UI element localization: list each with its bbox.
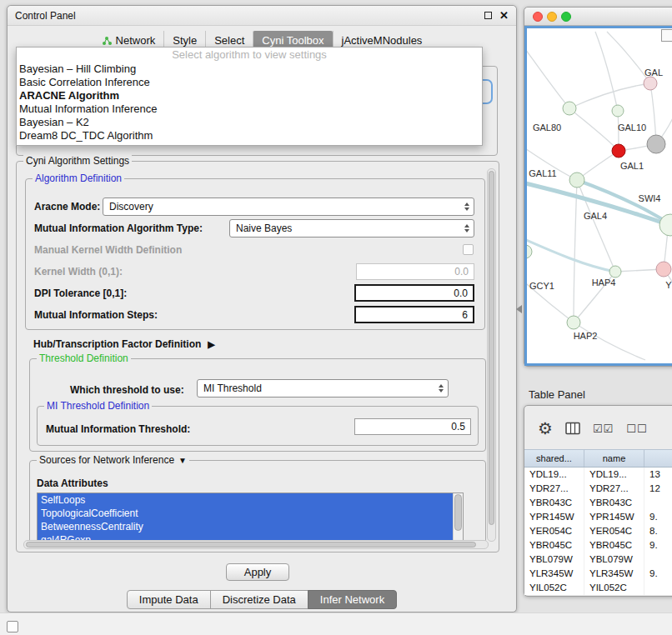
network-node[interactable] xyxy=(569,172,584,188)
attribute-item-selected[interactable]: SelfLoops xyxy=(38,493,453,507)
close-icon[interactable]: ✕ xyxy=(499,10,509,21)
scrollbar-thumb[interactable] xyxy=(489,171,494,525)
tab-label: jActiveMNodules xyxy=(342,34,423,47)
mi-type-select[interactable]: Naive Bayes xyxy=(229,219,474,238)
network-node-label: Y xyxy=(665,280,672,290)
clear-all-checks-icon[interactable]: ☐☐ xyxy=(626,422,647,435)
scrollbar-thumb[interactable] xyxy=(26,542,476,548)
network-node-label: GAL1 xyxy=(620,161,644,171)
network-node-selected-red[interactable] xyxy=(612,144,625,158)
table-row[interactable]: YDL19...YDL19...13 xyxy=(524,468,672,482)
table-row[interactable]: YPR145WYPR145W9. xyxy=(524,510,672,524)
algorithm-option[interactable]: Bayesian – Hill Climbing xyxy=(17,62,482,76)
data-attributes-list[interactable]: SelfLoops TopologicalCoefficient Between… xyxy=(37,492,464,546)
network-node[interactable] xyxy=(609,266,621,278)
table-cell: 13 xyxy=(644,468,672,482)
network-canvas[interactable]: GAL GAL80 GAL10 GAL11 GAL1 SWI4 GAL4 GCY… xyxy=(524,26,672,366)
combo-value: MI Threshold xyxy=(203,382,262,394)
algorithm-option[interactable]: Mutual Information Inference xyxy=(17,102,482,116)
table-row[interactable]: YBR043CYBR043C xyxy=(524,496,672,510)
stepper-icon xyxy=(464,224,469,232)
mi-steps-label: Mutual Information Steps: xyxy=(34,309,158,321)
birdseye-toggle[interactable] xyxy=(661,29,672,42)
threshold-definition-group: Threshold Definition Which threshold to … xyxy=(29,358,486,452)
table-row[interactable]: YER054CYER054C8. xyxy=(524,524,672,538)
mi-threshold-label: Mutual Information Threshold: xyxy=(46,423,190,435)
list-vertical-scrollbar[interactable] xyxy=(453,493,463,545)
panel-splitter-handle[interactable] xyxy=(516,305,522,313)
table-row[interactable]: YBL079WYBL079W xyxy=(524,552,672,567)
float-window-icon[interactable] xyxy=(484,12,492,19)
attribute-item-selected[interactable]: TopologicalCoefficient xyxy=(38,507,453,520)
network-node-label: SWI4 xyxy=(639,193,661,203)
network-node-label: GAL4 xyxy=(584,211,607,221)
algorithm-option[interactable]: Bayesian – K2 xyxy=(17,116,482,129)
close-traffic-light-icon[interactable] xyxy=(533,12,543,22)
network-node-label: HAP4 xyxy=(592,278,616,288)
network-node-label: GAL10 xyxy=(618,122,646,132)
manual-kernel-checkbox[interactable] xyxy=(463,244,474,255)
network-node-gal10[interactable] xyxy=(647,135,665,153)
table-cell: YBR045C xyxy=(584,538,644,552)
cyni-algorithm-settings-group: Cyni Algorithm Settings Algorithm Defini… xyxy=(16,161,499,552)
control-panel-titlebar[interactable]: Control Panel ✕ xyxy=(8,6,516,26)
combo-value: Naive Bayes xyxy=(236,222,292,234)
mi-threshold-field[interactable]: 0.5 xyxy=(354,418,471,435)
settings-vertical-scrollbar[interactable] xyxy=(487,168,496,542)
scrollbar-thumb[interactable] xyxy=(454,494,462,531)
network-node[interactable] xyxy=(563,102,576,115)
mi-steps-field[interactable]: 6 xyxy=(354,306,474,323)
network-view-window: GAL GAL80 GAL10 GAL11 GAL1 SWI4 GAL4 GCY… xyxy=(524,7,672,367)
titlebar-buttons: ✕ xyxy=(484,10,509,21)
network-node[interactable] xyxy=(612,105,624,117)
aracne-mode-select[interactable]: Discovery xyxy=(103,198,474,216)
tab-impute-data[interactable]: Impute Data xyxy=(127,590,211,609)
gear-icon[interactable]: ⚙ xyxy=(538,420,553,437)
dpi-tolerance-field[interactable]: 0.0 xyxy=(354,284,474,302)
table-cell: YLR345W xyxy=(584,567,644,581)
minimize-traffic-light-icon[interactable] xyxy=(547,12,557,22)
tab-infer-network[interactable]: Infer Network xyxy=(308,590,397,609)
kernel-width-label: Kernel Width (0,1): xyxy=(34,266,123,278)
table-row[interactable]: YLR345WYLR345W9. xyxy=(524,567,672,581)
which-threshold-select[interactable]: MI Threshold xyxy=(197,379,449,398)
panel-toggle-icon[interactable] xyxy=(7,621,18,632)
column-header-name[interactable]: name xyxy=(584,450,644,467)
apply-button[interactable]: Apply xyxy=(226,563,289,581)
network-node[interactable] xyxy=(656,262,671,277)
algorithm-option[interactable]: Dream8 DC_TDC Algorithm xyxy=(17,129,482,142)
zoom-traffic-light-icon[interactable] xyxy=(561,12,571,22)
network-graph[interactable]: GAL GAL80 GAL10 GAL11 GAL1 SWI4 GAL4 GCY… xyxy=(527,28,672,365)
algorithm-option[interactable]: Basic Correlation Inference xyxy=(17,76,482,89)
table-row[interactable]: YBR045CYBR045C9. xyxy=(524,538,672,552)
hub-definition-toggle[interactable]: Hub/Transcription Factor Definition ▶ xyxy=(33,338,215,350)
columns-icon[interactable] xyxy=(565,422,580,435)
tab-discretize-data[interactable]: Discretize Data xyxy=(210,590,308,609)
aracne-mode-label: Aracne Mode: xyxy=(34,201,100,212)
network-node[interactable] xyxy=(644,77,657,90)
table-cell: 9. xyxy=(644,538,672,552)
network-window-titlebar[interactable] xyxy=(524,8,672,26)
expand-arrow-icon: ▶ xyxy=(208,339,214,350)
tab-label: Style xyxy=(173,34,197,47)
settings-horizontal-scrollbar[interactable] xyxy=(23,540,489,549)
algorithm-option-selected[interactable]: ARACNE Algorithm xyxy=(17,89,482,102)
table-row[interactable]: YDR27...YDR27...12 xyxy=(524,482,672,496)
column-header-extra[interactable] xyxy=(644,450,672,467)
table-cell: YLR345W xyxy=(524,567,584,581)
which-threshold-label: Which threshold to use: xyxy=(70,384,184,396)
algorithm-definition-group: Algorithm Definition Aracne Mode: Discov… xyxy=(25,178,485,330)
network-node[interactable] xyxy=(527,245,532,258)
network-node[interactable] xyxy=(567,316,580,329)
kernel-width-field[interactable]: 0.0 xyxy=(356,263,474,280)
table-cell: YBR043C xyxy=(524,496,584,510)
sources-group-title[interactable]: Sources for Network Inference ▼ xyxy=(37,454,189,466)
select-all-checks-icon[interactable]: ☑☑ xyxy=(593,422,614,435)
attribute-item-selected[interactable]: BetweennessCentrality xyxy=(38,520,453,533)
combo-value: Discovery xyxy=(109,201,153,212)
column-header-shared-name[interactable]: shared... xyxy=(524,450,584,467)
table-row[interactable]: YIL052CYIL052C xyxy=(524,581,672,595)
table-cell: YIL052C xyxy=(524,581,584,595)
table-cell: YBR045C xyxy=(524,538,584,552)
bottom-tabbar: Impute Data Discretize Data Infer Networ… xyxy=(8,590,516,609)
